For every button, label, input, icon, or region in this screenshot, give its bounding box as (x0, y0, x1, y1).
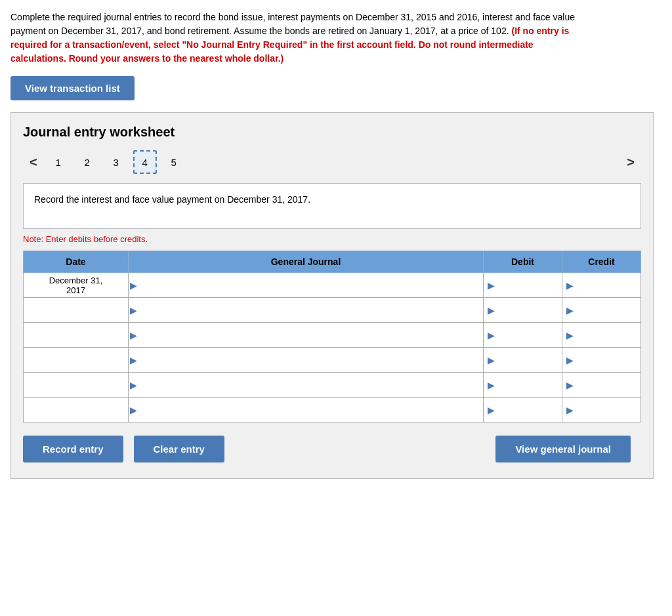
credit-expand-icon: ▶ (566, 405, 574, 415)
credit-expand-icon: ▶ (566, 380, 574, 390)
view-general-journal-button[interactable]: View general journal (495, 436, 631, 462)
date-cell-2 (24, 323, 129, 348)
instructions-block: Complete the required journal entries to… (10, 10, 575, 66)
credit-input-2[interactable] (575, 329, 638, 341)
tab-3[interactable]: 3 (104, 150, 128, 174)
next-tab-button[interactable]: > (620, 152, 641, 173)
table-row: ▶▶▶ (24, 373, 641, 398)
header-debit: Debit (484, 251, 562, 273)
tab-4[interactable]: 4 (133, 150, 157, 174)
debit-expand-icon: ▶ (488, 330, 495, 340)
credit-expand-icon: ▶ (566, 330, 574, 340)
table-row: ▶▶▶ (24, 398, 641, 422)
worksheet-title: Journal entry worksheet (23, 125, 641, 140)
credit-input-4[interactable] (575, 379, 638, 391)
debit-cell-1[interactable]: ▶ (484, 298, 562, 323)
debit-expand-icon: ▶ (488, 305, 495, 316)
date-cell-1 (24, 298, 129, 323)
debit-input-0[interactable] (496, 279, 559, 291)
tab-5[interactable]: 5 (162, 150, 186, 174)
cell-expand-icon: ▶ (130, 355, 137, 365)
cell-expand-icon: ▶ (130, 305, 137, 316)
cell-expand-icon: ▶ (130, 405, 137, 415)
journal-table: Date General Journal Debit Credit Decemb… (23, 251, 641, 422)
cell-expand-icon: ▶ (130, 280, 137, 291)
credit-expand-icon: ▶ (566, 280, 574, 291)
action-buttons-row: Record entry Clear entry View general jo… (23, 436, 641, 462)
credit-input-5[interactable] (575, 403, 638, 416)
journal-input-3[interactable] (138, 354, 480, 366)
journal-input-5[interactable] (138, 403, 480, 416)
cell-expand-icon: ▶ (130, 330, 137, 340)
cell-expand-icon: ▶ (130, 380, 137, 390)
date-cell-4 (24, 373, 129, 398)
debit-cell-5[interactable]: ▶ (484, 398, 562, 422)
journal-input-2[interactable] (138, 329, 480, 341)
debit-input-4[interactable] (496, 379, 559, 391)
tab-1[interactable]: 1 (47, 150, 70, 174)
journal-cell-1[interactable]: ▶ (129, 298, 484, 323)
credit-input-0[interactable] (575, 279, 638, 291)
journal-input-1[interactable] (138, 304, 480, 316)
journal-input-4[interactable] (138, 379, 480, 391)
debit-cell-3[interactable]: ▶ (484, 348, 562, 373)
debit-cell-0[interactable]: ▶ (484, 273, 562, 298)
debit-input-3[interactable] (496, 354, 559, 366)
debit-input-2[interactable] (496, 329, 559, 341)
record-entry-button[interactable]: Record entry (23, 436, 123, 462)
journal-input-0[interactable] (138, 279, 480, 291)
debit-expand-icon: ▶ (488, 280, 495, 291)
credit-cell-3[interactable]: ▶ (562, 348, 641, 373)
tabs-navigation: < 1 2 3 4 5 > (23, 150, 641, 174)
credit-cell-0[interactable]: ▶ (562, 273, 641, 298)
entry-description: Record the interest and face value payme… (23, 183, 641, 229)
debit-input-1[interactable] (496, 304, 559, 316)
credit-cell-2[interactable]: ▶ (562, 323, 641, 348)
debit-expand-icon: ▶ (488, 405, 495, 415)
credit-expand-icon: ▶ (566, 355, 574, 365)
journal-cell-0[interactable]: ▶ (129, 273, 484, 298)
journal-cell-4[interactable]: ▶ (129, 373, 484, 398)
credit-cell-4[interactable]: ▶ (562, 373, 641, 398)
table-row: ▶▶▶ (24, 298, 641, 323)
view-transaction-button[interactable]: View transaction list (10, 76, 135, 100)
tab-2[interactable]: 2 (75, 150, 99, 174)
worksheet-container: Journal entry worksheet < 1 2 3 4 5 > Re… (10, 112, 654, 479)
header-credit: Credit (562, 251, 641, 273)
note-text: Note: Enter debits before credits. (23, 234, 641, 244)
debit-input-5[interactable] (496, 403, 559, 416)
journal-cell-2[interactable]: ▶ (129, 323, 484, 348)
table-row: ▶▶▶ (24, 348, 641, 373)
table-row: December 31, 2017▶▶▶ (24, 273, 641, 298)
header-general-journal: General Journal (129, 251, 484, 273)
header-date: Date (24, 251, 129, 273)
journal-cell-5[interactable]: ▶ (129, 398, 484, 422)
instructions-main: Complete the required journal entries to… (10, 12, 575, 36)
journal-cell-3[interactable]: ▶ (129, 348, 484, 373)
debit-cell-2[interactable]: ▶ (484, 323, 562, 348)
prev-tab-button[interactable]: < (23, 152, 44, 173)
date-cell-0: December 31, 2017 (24, 273, 129, 298)
date-cell-5 (24, 398, 129, 422)
credit-cell-1[interactable]: ▶ (562, 298, 641, 323)
debit-expand-icon: ▶ (488, 380, 495, 390)
credit-expand-icon: ▶ (566, 305, 574, 316)
credit-input-1[interactable] (575, 304, 638, 316)
debit-expand-icon: ▶ (488, 355, 495, 365)
debit-cell-4[interactable]: ▶ (484, 373, 562, 398)
clear-entry-button[interactable]: Clear entry (134, 436, 224, 462)
credit-input-3[interactable] (575, 354, 638, 366)
table-row: ▶▶▶ (24, 323, 641, 348)
credit-cell-5[interactable]: ▶ (562, 398, 641, 422)
date-cell-3 (24, 348, 129, 373)
